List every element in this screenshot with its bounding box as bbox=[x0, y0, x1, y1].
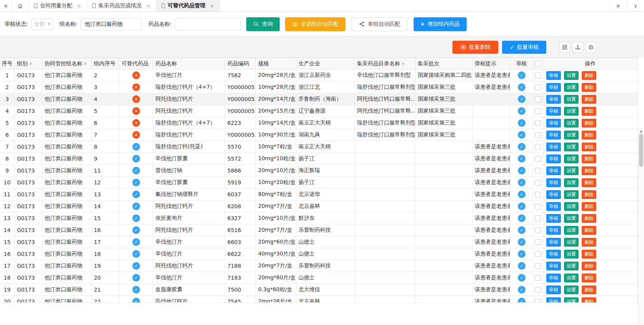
sort-icon[interactable]: ▲▼ bbox=[84, 62, 86, 66]
close-icon[interactable]: × bbox=[146, 3, 150, 9]
row-setting-button[interactable]: 设置 bbox=[564, 262, 579, 270]
row-delete-button[interactable]: 删除 bbox=[582, 131, 596, 139]
vertical-scrollbar[interactable]: ▲ ▼ bbox=[638, 128, 644, 325]
column-header-1[interactable]: 组别▲▼ bbox=[15, 58, 42, 69]
row-setting-button[interactable]: 设置 bbox=[564, 71, 579, 80]
row-delete-button[interactable]: 删除 bbox=[582, 190, 596, 199]
batch-delete-button[interactable]: ✕ 批量删除 bbox=[452, 41, 498, 54]
row-checkbox[interactable] bbox=[535, 144, 541, 150]
close-icon[interactable]: × bbox=[210, 3, 214, 9]
group-name-input[interactable] bbox=[80, 18, 142, 30]
row-audit-button[interactable]: 审核 bbox=[546, 83, 561, 92]
match-all-groups-button[interactable]: 全部组自动匹配 bbox=[285, 17, 345, 31]
column-header-2[interactable]: 协同管控组名称▲▼ bbox=[42, 58, 92, 69]
row-setting-button[interactable]: 设置 bbox=[564, 297, 579, 303]
row-setting-button[interactable]: 设置 bbox=[564, 166, 579, 175]
row-checkbox[interactable] bbox=[535, 120, 541, 126]
row-audit-button[interactable]: 审核 bbox=[546, 226, 561, 235]
row-delete-button[interactable]: 删除 bbox=[582, 262, 596, 270]
row-checkbox[interactable] bbox=[535, 227, 541, 233]
row-audit-button[interactable]: 审核 bbox=[546, 285, 561, 294]
row-audit-button[interactable]: 审核 bbox=[546, 178, 561, 187]
batch-audit-button[interactable]: ✓ 批量审核 bbox=[502, 41, 546, 54]
row-audit-button[interactable]: 审核 bbox=[546, 154, 561, 163]
column-header-9[interactable]: 集采药品目录名称▲▼ bbox=[355, 58, 415, 69]
select-all-checkbox[interactable] bbox=[535, 61, 541, 66]
row-audit-button[interactable]: 审核 bbox=[546, 131, 561, 139]
row-audit-button[interactable]: 审核 bbox=[546, 214, 561, 223]
row-setting-button[interactable]: 设置 bbox=[564, 131, 579, 139]
row-setting-button[interactable]: 设置 bbox=[564, 250, 579, 259]
row-setting-button[interactable]: 设置 bbox=[564, 143, 579, 151]
row-audit-button[interactable]: 审核 bbox=[546, 238, 561, 247]
row-setting-button[interactable]: 设置 bbox=[564, 190, 579, 199]
row-checkbox[interactable] bbox=[535, 192, 541, 197]
close-icon[interactable]: × bbox=[77, 3, 81, 9]
row-delete-button[interactable]: 删除 bbox=[582, 71, 596, 80]
row-delete-button[interactable]: 删除 bbox=[582, 95, 596, 104]
row-audit-button[interactable]: 审核 bbox=[546, 166, 561, 175]
row-audit-button[interactable]: 审核 bbox=[546, 119, 561, 128]
row-setting-button[interactable]: 设置 bbox=[564, 154, 579, 163]
tab-1[interactable]: 集采药品完成情况× bbox=[87, 0, 156, 12]
row-delete-button[interactable]: 删除 bbox=[582, 250, 596, 259]
scroll-up-icon[interactable]: ▲ bbox=[638, 128, 644, 134]
tab-0[interactable]: 合同用量分配× bbox=[28, 0, 87, 12]
row-setting-button[interactable]: 设置 bbox=[564, 214, 579, 223]
tab-2[interactable]: 可替代药品管理× bbox=[156, 0, 220, 12]
row-checkbox[interactable] bbox=[535, 251, 541, 257]
row-setting-button[interactable]: 设置 bbox=[564, 202, 579, 211]
row-audit-button[interactable]: 审核 bbox=[546, 107, 561, 116]
row-audit-button[interactable]: 审核 bbox=[546, 250, 561, 259]
row-setting-button[interactable]: 设置 bbox=[564, 274, 579, 282]
sort-icon[interactable]: ▲▼ bbox=[402, 62, 404, 66]
row-setting-button[interactable]: 设置 bbox=[564, 119, 579, 128]
row-delete-button[interactable]: 删除 bbox=[582, 202, 596, 211]
row-delete-button[interactable]: 删除 bbox=[582, 143, 596, 151]
row-setting-button[interactable]: 设置 bbox=[564, 285, 579, 294]
print-button[interactable] bbox=[586, 42, 596, 53]
row-delete-button[interactable]: 删除 bbox=[582, 274, 596, 282]
export-button[interactable] bbox=[572, 42, 583, 53]
row-audit-button[interactable]: 审核 bbox=[546, 262, 561, 270]
row-checkbox[interactable] bbox=[535, 73, 541, 78]
row-delete-button[interactable]: 删除 bbox=[582, 83, 596, 92]
sort-icon[interactable]: ▲▼ bbox=[30, 62, 32, 66]
row-checkbox[interactable] bbox=[535, 263, 541, 269]
row-checkbox[interactable] bbox=[535, 96, 541, 102]
row-audit-button[interactable]: 审核 bbox=[546, 274, 561, 282]
column-settings-button[interactable] bbox=[559, 42, 570, 53]
row-audit-button[interactable]: 审核 bbox=[546, 297, 561, 303]
row-checkbox[interactable] bbox=[535, 156, 541, 162]
home-tab[interactable] bbox=[12, 0, 28, 12]
row-audit-button[interactable]: 审核 bbox=[546, 202, 561, 211]
expand-tabs-icon[interactable]: » bbox=[609, 0, 627, 12]
row-audit-button[interactable]: 审核 bbox=[546, 190, 561, 199]
query-button[interactable]: 查询 bbox=[246, 17, 280, 31]
row-delete-button[interactable]: 删除 bbox=[582, 297, 596, 303]
row-checkbox[interactable] bbox=[535, 239, 541, 245]
vertical-scroll-thumb[interactable] bbox=[639, 134, 643, 167]
row-checkbox[interactable] bbox=[535, 168, 541, 174]
drug-name-input[interactable] bbox=[175, 18, 241, 30]
row-delete-button[interactable]: 删除 bbox=[582, 166, 596, 175]
row-setting-button[interactable]: 设置 bbox=[564, 107, 579, 116]
row-delete-button[interactable]: 删除 bbox=[582, 238, 596, 247]
row-delete-button[interactable]: 删除 bbox=[582, 119, 596, 128]
row-setting-button[interactable]: 设置 bbox=[564, 226, 579, 235]
row-setting-button[interactable]: 设置 bbox=[564, 238, 579, 247]
row-delete-button[interactable]: 删除 bbox=[582, 107, 596, 116]
row-setting-button[interactable]: 设置 bbox=[564, 83, 579, 92]
row-checkbox[interactable] bbox=[535, 299, 541, 303]
row-delete-button[interactable]: 删除 bbox=[582, 178, 596, 187]
row-delete-button[interactable]: 删除 bbox=[582, 154, 596, 163]
row-delete-button[interactable]: 删除 bbox=[582, 214, 596, 223]
row-checkbox[interactable] bbox=[535, 216, 541, 221]
row-checkbox[interactable] bbox=[535, 85, 541, 90]
row-setting-button[interactable]: 设置 bbox=[564, 95, 579, 104]
row-audit-button[interactable]: 审核 bbox=[546, 95, 561, 104]
collapse-tabs-icon[interactable]: « bbox=[0, 0, 12, 12]
row-delete-button[interactable]: 删除 bbox=[582, 285, 596, 294]
tab-menu-chevron-down-icon[interactable]: ∨ bbox=[627, 0, 644, 12]
row-checkbox[interactable] bbox=[535, 287, 541, 293]
